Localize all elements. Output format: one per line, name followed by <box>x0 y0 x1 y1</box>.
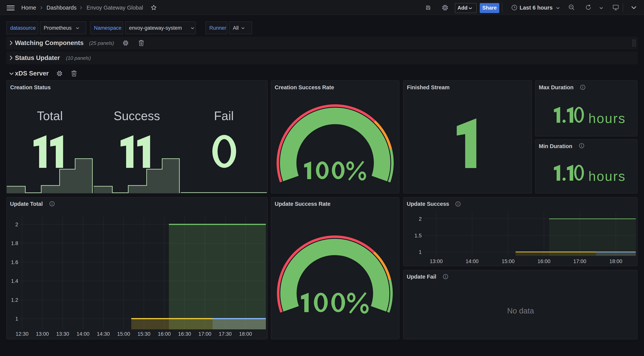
svg-text:1.5: 1.5 <box>414 233 422 238</box>
svg-text:16:00: 16:00 <box>158 331 171 337</box>
svg-text:1: 1 <box>15 316 18 322</box>
svg-text:14:30: 14:30 <box>97 331 110 337</box>
svg-text:hours: hours <box>588 111 626 126</box>
svg-text:18:00: 18:00 <box>239 331 252 337</box>
svg-text:16:00: 16:00 <box>538 258 550 264</box>
svg-text:17:30: 17:30 <box>219 331 232 337</box>
svg-text:17:00: 17:00 <box>573 258 586 264</box>
svg-text:13:00: 13:00 <box>36 331 49 337</box>
svg-text:17:00: 17:00 <box>198 331 212 337</box>
svg-text:2: 2 <box>419 216 422 222</box>
svg-text:15:00: 15:00 <box>117 331 130 337</box>
svg-text:15:00: 15:00 <box>502 258 514 264</box>
svg-text:2: 2 <box>15 222 18 228</box>
svg-text:hours: hours <box>588 169 626 184</box>
svg-text:1.8: 1.8 <box>11 240 18 246</box>
svg-text:13:00: 13:00 <box>430 258 443 264</box>
svg-text:13:30: 13:30 <box>56 331 69 337</box>
svg-text:16:30: 16:30 <box>178 331 191 337</box>
svg-text:14:00: 14:00 <box>466 258 478 264</box>
svg-text:15:30: 15:30 <box>138 331 150 337</box>
svg-text:12:30: 12:30 <box>16 331 28 337</box>
svg-text:14:00: 14:00 <box>76 331 90 337</box>
svg-text:1.2: 1.2 <box>11 297 18 303</box>
svg-text:1.4: 1.4 <box>11 278 18 284</box>
svg-text:18:00: 18:00 <box>609 258 622 264</box>
svg-text:1: 1 <box>419 249 422 255</box>
svg-text:1.6: 1.6 <box>11 260 18 265</box>
